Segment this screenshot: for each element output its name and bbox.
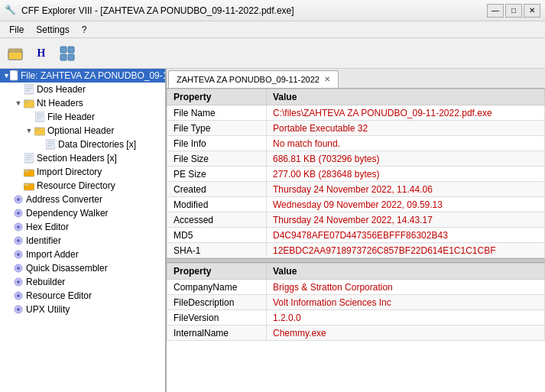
tree-node-icon (23, 83, 35, 96)
svg-point-42 (17, 267, 20, 270)
tree-node-icon (34, 125, 46, 137)
sidebar-item-resource-editor[interactable]: Resource Editor (0, 289, 165, 303)
title-bar: 🔧 CFF Explorer VIII - [ZAHTEVA ZA PONUDB… (0, 0, 545, 21)
sidebar-item-quick-disassembler[interactable]: Quick Disassembler (0, 261, 165, 275)
sidebar-item-hex-editor[interactable]: Hex Editor (0, 220, 165, 234)
sidebar-item-file-header[interactable]: File Header (0, 110, 165, 124)
tree-node-label: Optional Header (47, 125, 114, 136)
svg-rect-4 (60, 54, 67, 60)
svg-rect-23 (24, 153, 34, 163)
tree-node-label: Rebuilder (26, 277, 65, 287)
toolbar-view-button[interactable] (55, 42, 79, 65)
sidebar-item-address-converter[interactable]: Address Converter (0, 193, 165, 206)
tab-close-icon[interactable]: ✕ (324, 75, 330, 83)
sidebar-item-optional-header[interactable]: ▼Optional Header (0, 124, 165, 138)
tree-node-label: Dependency Walker (26, 208, 109, 219)
tree-node-label: Nt Headers (37, 98, 83, 109)
tree-node-label: Resource Directory (37, 180, 115, 191)
table-row: SHA-112EBDC2AA9718973726C857BF22D614E1C1… (167, 243, 545, 258)
property-value: D4C9478AFE07D447356EBFFF86302B43 (267, 228, 545, 243)
title-bar-text: CFF Explorer VIII - [ZAHTEVA ZA PONUDBO_… (21, 5, 294, 16)
menu-file[interactable]: File (3, 23, 30, 37)
column-header: Property (167, 264, 267, 280)
table-row: File TypePortable Executable 32 (167, 121, 545, 136)
table-row: File InfoNo match found. (167, 136, 545, 151)
tree-node-icon (44, 138, 57, 151)
sidebar-item-file-root[interactable]: ▼File: ZAHTEVA ZA PONUDBO_09-11-2022.pdf… (0, 69, 165, 83)
content-area: ZAHTEVA ZA PONUDBO_09-11-2022 ✕ Property… (167, 69, 545, 392)
svg-point-46 (17, 294, 20, 297)
tree-node-icon (23, 180, 35, 192)
tree-node-label: Resource Editor (26, 290, 92, 301)
svg-rect-7 (24, 84, 34, 94)
svg-rect-28 (24, 170, 29, 172)
svg-point-32 (17, 198, 20, 201)
tree-node-icon (10, 70, 19, 82)
sidebar: ▼File: ZAHTEVA ZA PONUDBO_09-11-2022.pdf… (0, 69, 167, 392)
property-table: PropertyValueCompanyNameBriggs & Stratto… (167, 263, 545, 341)
close-button[interactable]: ✕ (524, 4, 540, 18)
property-table: PropertyValueFile NameC:\files\ZAHTEVA Z… (167, 89, 545, 258)
toolbar: H (0, 38, 545, 69)
tab-main[interactable]: ZAHTEVA ZA PONUDBO_09-11-2022 ✕ (168, 70, 339, 88)
tree-node-label: File: ZAHTEVA ZA PONUDBO_09-11-2022.pdf.… (21, 70, 167, 81)
property-value: Thursday 24 November 2022, 11.44.06 (267, 182, 545, 197)
tree-node-icon (23, 166, 35, 178)
sidebar-item-rebuilder[interactable]: Rebuilder (0, 275, 165, 289)
property-name: FileVersion (167, 310, 267, 326)
property-value: 1.2.0.0 (267, 310, 545, 326)
sidebar-item-dos-header[interactable]: Dos Header (0, 83, 165, 96)
property-value: No match found. (267, 136, 545, 151)
svg-rect-12 (24, 100, 28, 102)
property-name: File Info (167, 136, 267, 151)
maximize-button[interactable]: □ (505, 4, 522, 18)
svg-rect-30 (24, 183, 29, 186)
tree-node-icon (12, 276, 24, 288)
minimize-button[interactable]: — (487, 4, 504, 18)
tree-expand-icon: ▼ (14, 99, 23, 108)
tree-node-icon (12, 248, 24, 261)
tree-node-icon (23, 152, 35, 164)
svg-rect-2 (60, 47, 67, 53)
toolbar-open-button[interactable] (3, 42, 28, 65)
property-name: InternalName (167, 326, 267, 341)
tree-node-label: Section Headers [x] (37, 153, 117, 164)
property-name: Modified (167, 197, 267, 212)
table-row: File NameC:\files\ZAHTEVA ZA PONUDBO_09-… (167, 105, 545, 121)
property-value: C:\files\ZAHTEVA ZA PONUDBO_09-11-2022.p… (267, 105, 545, 121)
svg-rect-18 (34, 128, 39, 130)
sidebar-item-data-directories[interactable]: Data Directories [x] (0, 138, 165, 151)
svg-point-36 (17, 225, 20, 228)
sidebar-item-resource-directory[interactable]: Resource Directory (0, 179, 165, 193)
svg-point-38 (17, 239, 20, 242)
property-value: 12EBDC2AA9718973726C857BF22D614E1C1C1CBF (267, 243, 545, 258)
tree-node-label: Identifier (26, 235, 61, 246)
sidebar-item-dependency-walker[interactable]: Dependency Walker (0, 206, 165, 220)
tree-node-icon (12, 235, 24, 247)
menu-settings[interactable]: Settings (30, 23, 75, 37)
tree-node-label: Quick Disassembler (26, 263, 108, 274)
sidebar-item-import-adder[interactable]: Import Adder (0, 248, 165, 261)
property-value: 686.81 KB (703296 bytes) (267, 151, 545, 167)
table-row: CreatedThursday 24 November 2022, 11.44.… (167, 182, 545, 197)
sidebar-item-section-headers[interactable]: Section Headers [x] (0, 151, 165, 165)
sidebar-item-import-directory[interactable]: Import Directory (0, 165, 165, 179)
tree-node-label: Address Converter (26, 194, 102, 205)
table-row: MD5D4C9478AFE07D447356EBFFF86302B43 (167, 228, 545, 243)
sidebar-item-nt-headers[interactable]: ▼Nt Headers (0, 96, 165, 110)
toolbar-hex-button[interactable]: H (29, 42, 54, 65)
sidebar-item-upx-utility[interactable]: UPX Utility (0, 303, 165, 316)
tab-label: ZAHTEVA ZA PONUDBO_09-11-2022 (177, 75, 320, 84)
svg-point-48 (17, 308, 20, 311)
sidebar-item-identifier[interactable]: Identifier (0, 234, 165, 248)
svg-rect-5 (68, 54, 74, 60)
svg-rect-19 (46, 139, 55, 149)
menu-help[interactable]: ? (76, 23, 93, 37)
column-header: Value (267, 89, 545, 105)
svg-rect-3 (68, 47, 74, 53)
tree-node-icon (12, 221, 24, 233)
tree-node-label: Import Directory (37, 167, 102, 177)
table-row: FileVersion1.2.0.0 (167, 310, 545, 326)
property-name: SHA-1 (167, 243, 267, 258)
app-icon: 🔧 (5, 5, 17, 17)
